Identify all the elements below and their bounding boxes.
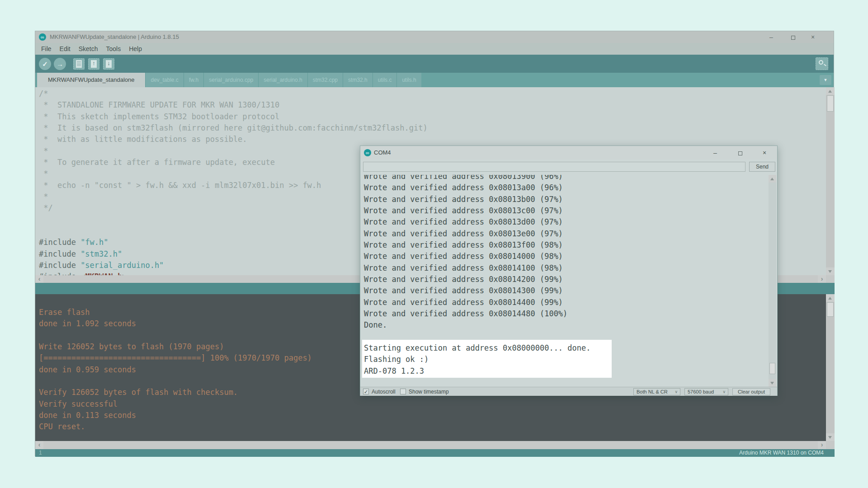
serial-line: Wrote and verified address 0x08014400 (9…	[364, 297, 591, 308]
arrow-up-icon: ↑	[89, 60, 99, 66]
baud-value: 57600 baud	[688, 389, 714, 394]
scroll-down-button[interactable]	[769, 379, 776, 387]
arduino-logo-icon: ∞	[39, 33, 46, 41]
tab[interactable]: fw.h	[184, 73, 203, 87]
tab[interactable]: serial_arduino.cpp	[203, 73, 258, 87]
scroll-thumb[interactable]	[827, 302, 834, 317]
maximize-button[interactable]	[787, 31, 799, 43]
menu-item[interactable]: Help	[125, 43, 146, 55]
com-port-title: COM4	[374, 146, 391, 160]
serial-monitor-button[interactable]	[816, 57, 828, 70]
scroll-right-button[interactable]: ›	[818, 275, 826, 283]
menu-item[interactable]: Edit	[56, 43, 75, 55]
maximize-icon	[791, 36, 795, 40]
scroll-left-button[interactable]: ‹	[35, 275, 43, 283]
serial-line: ARD-078 1.2.3	[364, 366, 591, 377]
new-sketch-button[interactable]	[73, 58, 85, 70]
document-icon	[76, 60, 82, 68]
save-button[interactable]: ↓	[103, 58, 114, 70]
serial-vertical-scrollbar[interactable]	[769, 175, 776, 387]
scroll-thumb[interactable]	[769, 363, 775, 374]
tab-active-sketch[interactable]: MKRWANFWUpdate_standalone	[37, 73, 145, 87]
status-bar: 1 Arduino MKR WAN 1310 on COM4	[35, 449, 835, 457]
arrow-right-icon: →	[57, 60, 63, 68]
console-partial-line: — — —	[39, 294, 275, 299]
upload-button[interactable]: →	[54, 58, 66, 70]
console-line: Write 126052 bytes to flash (1970 pages)	[39, 341, 312, 352]
console-line	[39, 330, 312, 341]
menu-item[interactable]: Sketch	[75, 43, 102, 55]
serial-output: Wrote and verified address 0x08013900 (9…	[360, 175, 777, 387]
line-number: 1	[39, 449, 42, 457]
timestamp-label: Show timestamp	[409, 387, 449, 396]
serial-line: Done.	[364, 319, 591, 331]
line-ending-value: Both NL & CR	[637, 389, 668, 394]
serial-line: Wrote and verified address 0x08014000 (9…	[364, 251, 591, 262]
minimize-button[interactable]: –	[765, 31, 778, 43]
tab-list-dropdown-button[interactable]: ▼	[820, 75, 831, 85]
serial-line	[364, 331, 591, 343]
console-line: done in 0.113 seconds	[39, 410, 312, 421]
console-line	[39, 375, 312, 387]
code-line: /*	[39, 88, 428, 99]
console-line: CPU reset.	[39, 421, 312, 432]
console-vertical-scrollbar[interactable]	[826, 294, 835, 441]
console-line: done in 0.959 seconds	[39, 364, 312, 375]
clear-output-button[interactable]: Clear output	[732, 388, 770, 395]
maximize-button[interactable]	[734, 146, 746, 160]
minimize-button[interactable]: –	[709, 146, 721, 160]
scroll-up-button[interactable]	[769, 175, 776, 183]
baud-select[interactable]: 57600 baud ∨	[684, 388, 728, 395]
close-button[interactable]: ×	[759, 146, 770, 160]
send-button[interactable]: Send	[749, 162, 775, 172]
serial-line: Wrote and verified address 0x08014300 (9…	[364, 285, 591, 296]
code-line: * with as little modifications as possib…	[39, 134, 428, 145]
menu-item[interactable]: Tools	[102, 43, 125, 55]
close-button[interactable]: ×	[807, 31, 819, 43]
tab[interactable]: stm32.cpp	[307, 73, 343, 87]
scroll-down-button[interactable]	[826, 267, 835, 275]
scroll-down-button[interactable]	[826, 433, 835, 441]
serial-line: Wrote and verified address 0x08013e00 (9…	[364, 228, 591, 239]
arduino-logo-icon: ∞	[364, 149, 371, 156]
verify-button[interactable]: ✓	[39, 58, 51, 70]
ide-titlebar: ∞ MKRWANFWUpdate_standalone | Arduino 1.…	[35, 31, 834, 43]
editor-vertical-scrollbar[interactable]	[826, 87, 835, 275]
scroll-right-button[interactable]: ›	[818, 441, 826, 449]
tab[interactable]: utils.h	[396, 73, 421, 87]
menu-item[interactable]: File	[37, 43, 56, 55]
magnifier-icon	[819, 60, 823, 65]
code-line: * This sketch implements STM32 bootloade…	[39, 111, 428, 122]
autoscroll-checkbox[interactable]: ✓	[363, 389, 369, 394]
serial-monitor-window: ∞ COM4 – × Send Wrote and verified addre…	[360, 145, 778, 396]
scroll-up-button[interactable]	[826, 294, 835, 302]
timestamp-checkbox[interactable]	[400, 389, 406, 394]
line-ending-select[interactable]: Both NL & CR ∨	[633, 388, 680, 395]
tab[interactable]: serial_arduino.h	[258, 73, 307, 87]
open-button[interactable]: ↑	[88, 58, 99, 70]
scroll-thumb[interactable]	[827, 95, 834, 112]
console-line: done in 1.092 seconds	[39, 318, 312, 329]
serial-line: Wrote and verified address 0x08014200 (9…	[364, 274, 591, 285]
tab[interactable]: utils.c	[373, 73, 397, 87]
serial-input[interactable]	[363, 162, 745, 172]
console-line: Verify successful	[39, 399, 312, 410]
serial-monitor-titlebar: ∞ COM4 – ×	[360, 146, 777, 160]
bottom-horizontal-scrollbar[interactable]: ‹ ›	[35, 441, 835, 449]
tab-bar: MKRWANFWUpdate_standalone dev_table.cfw.…	[35, 73, 834, 87]
scroll-up-button[interactable]	[826, 87, 835, 95]
chevron-down-icon: ∨	[722, 389, 726, 395]
tab[interactable]: stm32.h	[343, 73, 373, 87]
serial-line: Wrote and verified address 0x08013d00 (9…	[364, 216, 591, 228]
serial-line: Wrote and verified address 0x08013b00 (9…	[364, 194, 591, 205]
scroll-left-button[interactable]: ‹	[35, 441, 43, 449]
arrow-down-icon: ↓	[104, 60, 114, 66]
console-line: Erase flash	[39, 307, 312, 318]
tab[interactable]: dev_table.c	[145, 73, 183, 87]
code-line: * It is based on stm32flash (mirrored he…	[39, 122, 428, 134]
chevron-down-icon: ∨	[675, 389, 678, 395]
serial-line: Flashing ok :)	[364, 354, 591, 365]
toolbar: ✓ → ↑ ↓	[35, 55, 834, 73]
serial-line: Wrote and verified address 0x08013c00 (9…	[364, 205, 591, 216]
serial-line: Wrote and verified address 0x08013a00 (9…	[364, 182, 591, 193]
